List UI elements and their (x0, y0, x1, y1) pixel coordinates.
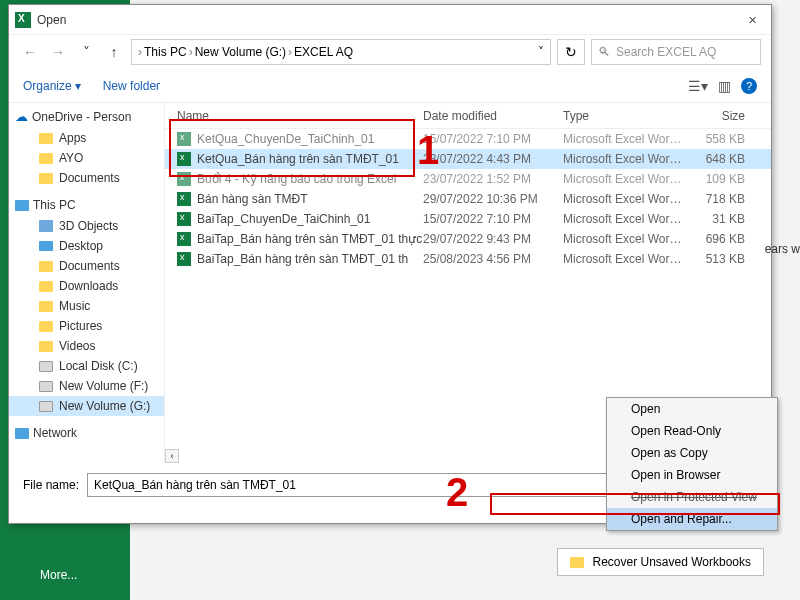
refresh-icon[interactable]: ↻ (557, 39, 585, 65)
file-type: Microsoft Excel Work... (563, 212, 683, 226)
menu-open-readonly[interactable]: Open Read-Only (607, 420, 777, 442)
menu-open-repair[interactable]: Open and Repair... (607, 508, 777, 530)
sidebar-item[interactable]: Local Disk (C:) (9, 356, 164, 376)
close-icon[interactable]: × (740, 11, 765, 28)
header-name[interactable]: Name (165, 109, 423, 123)
excel-file-icon (177, 212, 191, 226)
drive-icon (39, 381, 53, 392)
titlebar: Open × (9, 5, 771, 35)
search-input[interactable]: 🔍︎ Search EXCEL AQ (591, 39, 761, 65)
back-icon[interactable]: ← (19, 41, 41, 63)
scroll-left-icon[interactable]: ‹ (165, 449, 179, 463)
excel-file-icon (177, 172, 191, 186)
toolbar: Organize ▾ New folder ☰▾ ▥ ? (9, 69, 771, 103)
excel-file-icon (177, 192, 191, 206)
file-type: Microsoft Excel Work... (563, 192, 683, 206)
recent-dropdown-icon[interactable]: ˅ (75, 41, 97, 63)
sidebar-item[interactable]: Downloads (9, 276, 164, 296)
file-date: 29/07/2022 9:43 PM (423, 232, 563, 246)
pc-icon (15, 200, 29, 211)
sidebar-network[interactable]: Network (9, 422, 164, 444)
help-icon[interactable]: ? (741, 78, 757, 94)
folder-icon (39, 173, 53, 184)
sidebar-item[interactable]: Music (9, 296, 164, 316)
sidebar-item[interactable]: Desktop (9, 236, 164, 256)
file-size: 718 KB (683, 192, 753, 206)
recover-unsaved-button[interactable]: Recover Unsaved Workbooks (557, 548, 764, 576)
header-type[interactable]: Type (563, 109, 683, 123)
sidebar-onedrive[interactable]: ☁OneDrive - Person (9, 105, 164, 128)
file-date: 23/07/2022 4:43 PM (423, 152, 563, 166)
sidebar-item[interactable]: New Volume (F:) (9, 376, 164, 396)
file-date: 15/07/2022 7:10 PM (423, 212, 563, 226)
preview-pane-icon[interactable]: ▥ (718, 78, 731, 94)
file-date: 25/08/2023 4:56 PM (423, 252, 563, 266)
folder-icon (39, 321, 53, 332)
excel-file-icon (177, 152, 191, 166)
sidebar-item[interactable]: Documents (9, 256, 164, 276)
sidebar-thispc[interactable]: This PC (9, 194, 164, 216)
menu-open-copy[interactable]: Open as Copy (607, 442, 777, 464)
file-name: BaiTap_Bán hàng trên sàn TMĐT_01 th (197, 252, 408, 266)
file-size: 696 KB (683, 232, 753, 246)
dialog-title: Open (37, 13, 66, 27)
menu-open[interactable]: Open (607, 398, 777, 420)
file-row[interactable]: BaiTap_Bán hàng trên sàn TMĐT_01 thực hà… (165, 229, 771, 249)
header-size[interactable]: Size (683, 109, 753, 123)
new-folder-button[interactable]: New folder (103, 79, 160, 93)
file-type: Microsoft Excel Work... (563, 172, 683, 186)
file-column-headers[interactable]: Name Date modified Type Size (165, 103, 771, 129)
search-placeholder: Search EXCEL AQ (616, 45, 716, 59)
file-name: Buổi 4 - Kỹ năng báo cáo trong Excel (197, 172, 396, 186)
crumb-folder[interactable]: EXCEL AQ (294, 45, 353, 59)
crumb-thispc[interactable]: This PC (144, 45, 187, 59)
sidebar-item[interactable]: Pictures (9, 316, 164, 336)
folder-icon (39, 281, 53, 292)
breadcrumb[interactable]: › This PC › New Volume (G:) › EXCEL AQ ˅ (131, 39, 551, 65)
sidebar-item[interactable]: AYO (9, 148, 164, 168)
file-size: 513 KB (683, 252, 753, 266)
annotation-marker-2: 2 (446, 470, 468, 515)
header-date[interactable]: Date modified (423, 109, 563, 123)
file-row[interactable]: BaiTap_Bán hàng trên sàn TMĐT_01 th25/08… (165, 249, 771, 269)
file-row[interactable]: KetQua_ChuyenDe_TaiChinh_0115/07/2022 7:… (165, 129, 771, 149)
excel-file-icon (177, 232, 191, 246)
file-date: 23/07/2022 1:52 PM (423, 172, 563, 186)
nav-bar: ← → ˅ ↑ › This PC › New Volume (G:) › EX… (9, 35, 771, 69)
view-layout-icon[interactable]: ☰▾ (688, 78, 708, 94)
sidebar-item[interactable]: 3D Objects (9, 216, 164, 236)
crumb-drive[interactable]: New Volume (G:) (195, 45, 286, 59)
nav-sidebar[interactable]: ☁OneDrive - Person Apps AYO Documents Th… (9, 103, 165, 463)
menu-open-browser[interactable]: Open in Browser (607, 464, 777, 486)
forward-icon: → (47, 41, 69, 63)
excel-file-icon (177, 252, 191, 266)
drive-icon (39, 401, 53, 412)
file-name: BaiTap_ChuyenDe_TaiChinh_01 (197, 212, 370, 226)
file-row[interactable]: KetQua_Bán hàng trên sàn TMĐT_0123/07/20… (165, 149, 771, 169)
folder-icon (39, 153, 53, 164)
file-type: Microsoft Excel Work... (563, 232, 683, 246)
file-row[interactable]: Bán hàng sàn TMĐT29/07/2022 10:36 PMMicr… (165, 189, 771, 209)
partial-background-text: ears w (765, 242, 800, 256)
sidebar-item[interactable]: Videos (9, 336, 164, 356)
chevron-down-icon: ▾ (75, 79, 81, 93)
excel-more-link[interactable]: More... (0, 550, 130, 600)
folder-icon (39, 261, 53, 272)
up-icon[interactable]: ↑ (103, 41, 125, 63)
organize-button[interactable]: Organize ▾ (23, 79, 81, 93)
file-date: 15/07/2022 7:10 PM (423, 132, 563, 146)
filename-input[interactable] (87, 473, 694, 497)
sidebar-item[interactable]: Apps (9, 128, 164, 148)
sidebar-item[interactable]: Documents (9, 168, 164, 188)
file-name: KetQua_Bán hàng trên sàn TMĐT_01 (197, 152, 399, 166)
cloud-icon: ☁ (15, 109, 28, 124)
file-type: Microsoft Excel Work... (563, 132, 683, 146)
desktop-icon (39, 241, 53, 251)
sidebar-item-current-drive[interactable]: New Volume (G:) (9, 396, 164, 416)
file-type: Microsoft Excel Work... (563, 152, 683, 166)
breadcrumb-dropdown-icon[interactable]: ˅ (538, 45, 544, 59)
file-row[interactable]: Buổi 4 - Kỹ năng báo cáo trong Excel23/0… (165, 169, 771, 189)
file-row[interactable]: BaiTap_ChuyenDe_TaiChinh_0115/07/2022 7:… (165, 209, 771, 229)
menu-open-protected[interactable]: Open in Protected View (607, 486, 777, 508)
file-size: 558 KB (683, 132, 753, 146)
